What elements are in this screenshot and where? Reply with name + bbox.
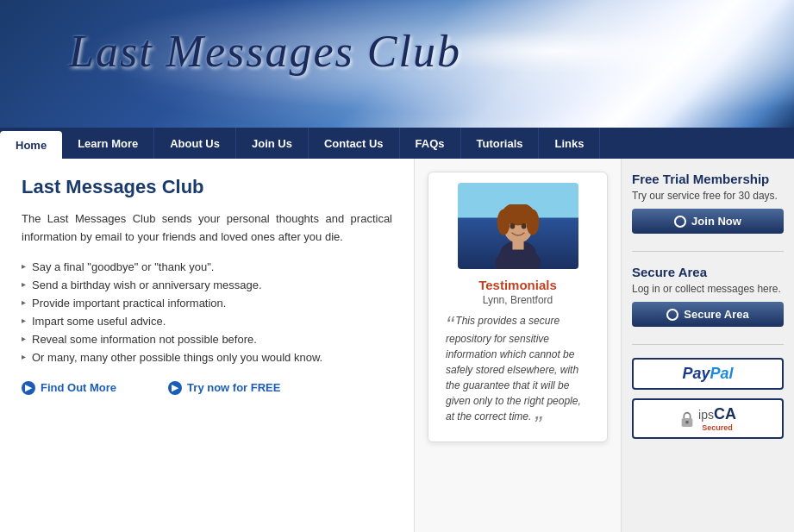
close-quote-icon: ” <box>533 411 541 438</box>
join-now-label: Join Now <box>691 215 741 228</box>
nav-join-us[interactable]: Join Us <box>236 128 309 159</box>
sidebar: Free Trial Membership Try our service fr… <box>622 159 794 532</box>
nav-links[interactable]: Links <box>539 128 600 159</box>
content-area: Last Messages Club The Last Messages Clu… <box>0 159 415 532</box>
svg-rect-7 <box>512 240 523 249</box>
nav-home[interactable]: Home <box>0 131 62 159</box>
bullet-list: Say a final "goodbye" or "thank you". Se… <box>22 260 392 364</box>
svg-point-8 <box>510 223 515 229</box>
find-out-more-arrow: ▶ <box>22 381 35 395</box>
testimonial-label: Testimonials <box>439 278 597 292</box>
testimonial-quote: “This provides a secure repository for s… <box>439 313 597 431</box>
secure-area-button[interactable]: Secure Area <box>632 302 784 327</box>
bullet-6: Or many, many other possible things only… <box>22 351 392 364</box>
quote-text: This provides a secure repository for se… <box>446 315 581 422</box>
nav-tutorials[interactable]: Tutorials <box>461 128 540 159</box>
ipsca-text: ipsCA <box>698 405 736 423</box>
main-content: Last Messages Club The Last Messages Clu… <box>0 159 794 532</box>
ca-text: CA <box>714 405 736 422</box>
svg-point-9 <box>521 223 526 229</box>
nav-contact-us[interactable]: Contact Us <box>309 128 400 159</box>
try-now-label: Try now for FREE <box>187 381 280 394</box>
paypal-pay-text: Pay <box>682 365 710 383</box>
ips-text: ips <box>698 408 714 422</box>
person-svg <box>484 204 553 269</box>
sidebar-divider-2 <box>632 344 784 345</box>
secure-area-desc: Log in or collect messages here. <box>632 283 784 295</box>
free-trial-title: Free Trial Membership <box>632 172 784 186</box>
try-now-arrow: ▶ <box>168 381 182 395</box>
bullet-3: Provide important practical information. <box>22 297 392 310</box>
secure-area-icon <box>666 309 678 321</box>
paypal-pal-text: Pal <box>710 365 734 383</box>
intro-paragraph: The Last Messages Club sends your person… <box>22 210 392 247</box>
page-title: Last Messages Club <box>22 176 392 198</box>
header: Last Messages Club <box>0 0 794 128</box>
svg-point-4 <box>526 210 539 235</box>
secure-area-label: Secure Area <box>684 308 748 321</box>
svg-point-11 <box>685 420 689 423</box>
testimonial-image <box>458 183 578 269</box>
logo: Last Messages Club <box>69 26 461 77</box>
nav-learn-more[interactable]: Learn More <box>62 128 154 159</box>
testimonial-name: Lynn, Brentford <box>439 294 597 306</box>
ipsca-inner: ipsCA Secured <box>698 405 736 432</box>
bullet-1: Say a final "goodbye" or "thank you". <box>22 260 392 273</box>
free-trial-section: Free Trial Membership Try our service fr… <box>632 172 784 234</box>
free-trial-desc: Try our service free for 30 days. <box>632 190 784 202</box>
join-now-icon <box>674 216 686 228</box>
find-out-more-label: Find Out More <box>41 381 116 394</box>
find-out-more-link[interactable]: ▶ Find Out More <box>22 381 116 395</box>
lock-icon <box>679 410 695 428</box>
nav-faqs[interactable]: FAQs <box>400 128 461 159</box>
cta-links: ▶ Find Out More ▶ Try now for FREE <box>22 381 392 395</box>
testimonial-card: Testimonials Lynn, Brentford “This provi… <box>428 172 608 442</box>
join-now-button[interactable]: Join Now <box>632 209 784 234</box>
secure-area-title: Secure Area <box>632 265 784 279</box>
try-now-link[interactable]: ▶ Try now for FREE <box>168 381 280 395</box>
paypal-badge[interactable]: PayPal <box>632 358 784 390</box>
svg-point-3 <box>497 210 510 235</box>
secure-area-section: Secure Area Log in or collect messages h… <box>632 265 784 327</box>
bullet-4: Impart some useful advice. <box>22 315 392 328</box>
secured-text: Secured <box>698 423 736 432</box>
testimonial-area: Testimonials Lynn, Brentford “This provi… <box>415 159 622 532</box>
ipsca-badge[interactable]: ipsCA Secured <box>632 398 784 439</box>
sidebar-divider-1 <box>632 251 784 252</box>
bullet-2: Send a birthday wish or anniversary mess… <box>22 279 392 291</box>
bullet-5: Reveal some information not possible bef… <box>22 333 392 346</box>
nav-about-us[interactable]: About Us <box>154 128 236 159</box>
navigation: Home Learn More About Us Join Us Contact… <box>0 128 794 159</box>
